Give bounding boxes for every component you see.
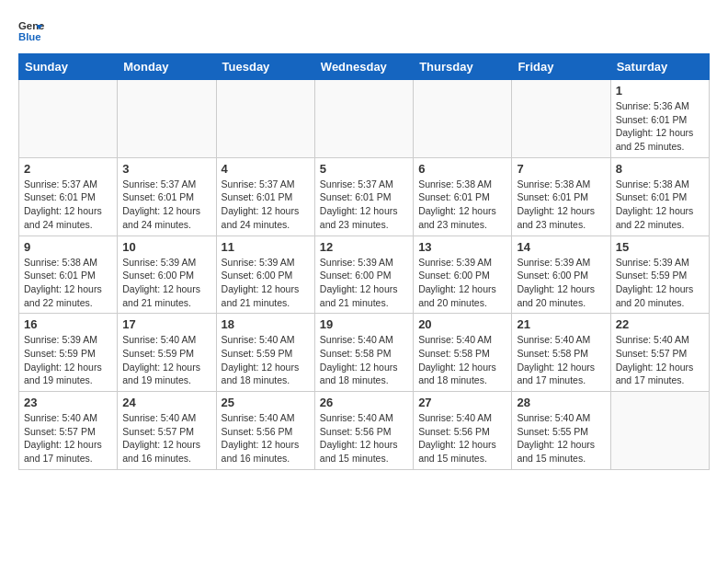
svg-text:Blue: Blue — [18, 31, 41, 42]
day-number: 3 — [122, 162, 210, 176]
page-header: General Blue — [18, 18, 710, 44]
day-number: 12 — [320, 240, 408, 254]
day-info: Sunrise: 5:37 AM Sunset: 6:01 PM Dayligh… — [320, 178, 408, 232]
calendar-week-row: 2Sunrise: 5:37 AM Sunset: 6:01 PM Daylig… — [19, 157, 710, 236]
day-info: Sunrise: 5:39 AM Sunset: 6:00 PM Dayligh… — [320, 256, 408, 310]
day-number: 11 — [222, 240, 310, 254]
day-info: Sunrise: 5:40 AM Sunset: 5:59 PM Dayligh… — [222, 333, 310, 387]
calendar-week-row: 1Sunrise: 5:36 AM Sunset: 6:01 PM Daylig… — [19, 80, 710, 158]
day-number: 23 — [24, 396, 112, 409]
day-number: 5 — [320, 162, 408, 176]
day-number: 7 — [517, 162, 605, 176]
calendar-cell: 9Sunrise: 5:38 AM Sunset: 6:01 PM Daylig… — [19, 236, 118, 314]
calendar-cell: 25Sunrise: 5:40 AM Sunset: 5:56 PM Dayli… — [216, 392, 314, 470]
day-number: 6 — [418, 162, 506, 176]
day-info: Sunrise: 5:37 AM Sunset: 6:01 PM Dayligh… — [24, 178, 112, 232]
day-number: 19 — [320, 317, 408, 331]
weekday-header-wednesday: Wednesday — [314, 54, 413, 80]
calendar-cell — [118, 80, 216, 158]
calendar-cell: 7Sunrise: 5:38 AM Sunset: 6:01 PM Daylig… — [512, 157, 610, 236]
day-number: 4 — [222, 162, 310, 176]
calendar-week-row: 9Sunrise: 5:38 AM Sunset: 6:01 PM Daylig… — [19, 236, 710, 314]
day-number: 9 — [24, 240, 112, 254]
calendar-cell: 28Sunrise: 5:40 AM Sunset: 5:55 PM Dayli… — [512, 392, 610, 470]
weekday-header-saturday: Saturday — [610, 54, 709, 80]
day-number: 25 — [222, 396, 310, 409]
day-info: Sunrise: 5:36 AM Sunset: 6:01 PM Dayligh… — [616, 99, 704, 154]
day-info: Sunrise: 5:40 AM Sunset: 5:58 PM Dayligh… — [320, 333, 408, 387]
day-info: Sunrise: 5:40 AM Sunset: 5:56 PM Dayligh… — [320, 411, 408, 465]
calendar-cell: 17Sunrise: 5:40 AM Sunset: 5:59 PM Dayli… — [118, 314, 216, 392]
day-number: 16 — [24, 317, 112, 331]
day-info: Sunrise: 5:40 AM Sunset: 5:58 PM Dayligh… — [418, 333, 506, 387]
calendar-cell: 8Sunrise: 5:38 AM Sunset: 6:01 PM Daylig… — [610, 157, 709, 236]
day-info: Sunrise: 5:40 AM Sunset: 5:57 PM Dayligh… — [24, 411, 112, 465]
day-number: 10 — [122, 240, 210, 254]
day-info: Sunrise: 5:38 AM Sunset: 6:01 PM Dayligh… — [418, 178, 506, 232]
day-number: 26 — [320, 396, 408, 409]
day-number: 13 — [418, 240, 506, 254]
day-number: 21 — [517, 317, 605, 331]
calendar-cell: 22Sunrise: 5:40 AM Sunset: 5:57 PM Dayli… — [610, 314, 709, 392]
calendar-cell — [314, 80, 413, 158]
calendar-cell — [512, 80, 610, 158]
calendar-cell: 12Sunrise: 5:39 AM Sunset: 6:00 PM Dayli… — [314, 236, 413, 314]
day-info: Sunrise: 5:39 AM Sunset: 6:00 PM Dayligh… — [122, 256, 210, 310]
calendar-cell: 27Sunrise: 5:40 AM Sunset: 5:56 PM Dayli… — [414, 392, 512, 470]
weekday-header-row: SundayMondayTuesdayWednesdayThursdayFrid… — [19, 54, 710, 80]
day-info: Sunrise: 5:38 AM Sunset: 6:01 PM Dayligh… — [24, 256, 112, 310]
calendar-cell — [414, 80, 512, 158]
weekday-header-thursday: Thursday — [414, 54, 512, 80]
calendar-cell: 1Sunrise: 5:36 AM Sunset: 6:01 PM Daylig… — [610, 80, 709, 158]
calendar-week-row: 16Sunrise: 5:39 AM Sunset: 5:59 PM Dayli… — [19, 314, 710, 392]
calendar-cell: 15Sunrise: 5:39 AM Sunset: 5:59 PM Dayli… — [610, 236, 709, 314]
calendar-table: SundayMondayTuesdayWednesdayThursdayFrid… — [18, 53, 710, 470]
day-info: Sunrise: 5:40 AM Sunset: 5:57 PM Dayligh… — [122, 411, 210, 465]
day-info: Sunrise: 5:37 AM Sunset: 6:01 PM Dayligh… — [122, 178, 210, 232]
calendar-cell: 11Sunrise: 5:39 AM Sunset: 6:00 PM Dayli… — [216, 236, 314, 314]
day-info: Sunrise: 5:39 AM Sunset: 5:59 PM Dayligh… — [24, 333, 112, 387]
calendar-cell: 21Sunrise: 5:40 AM Sunset: 5:58 PM Dayli… — [512, 314, 610, 392]
day-number: 27 — [418, 396, 506, 409]
logo-icon: General Blue — [18, 18, 44, 44]
day-info: Sunrise: 5:40 AM Sunset: 5:56 PM Dayligh… — [222, 411, 310, 465]
day-number: 1 — [616, 84, 704, 98]
day-number: 17 — [122, 317, 210, 331]
calendar-cell: 4Sunrise: 5:37 AM Sunset: 6:01 PM Daylig… — [216, 157, 314, 236]
day-number: 8 — [616, 162, 704, 176]
calendar-cell: 18Sunrise: 5:40 AM Sunset: 5:59 PM Dayli… — [216, 314, 314, 392]
day-number: 15 — [616, 240, 704, 254]
calendar-cell: 14Sunrise: 5:39 AM Sunset: 6:00 PM Dayli… — [512, 236, 610, 314]
day-number: 2 — [24, 162, 112, 176]
day-info: Sunrise: 5:37 AM Sunset: 6:01 PM Dayligh… — [222, 178, 310, 232]
day-info: Sunrise: 5:39 AM Sunset: 5:59 PM Dayligh… — [616, 256, 704, 310]
calendar-cell: 3Sunrise: 5:37 AM Sunset: 6:01 PM Daylig… — [118, 157, 216, 236]
day-number: 24 — [122, 396, 210, 409]
day-info: Sunrise: 5:40 AM Sunset: 5:56 PM Dayligh… — [418, 411, 506, 465]
calendar-cell: 24Sunrise: 5:40 AM Sunset: 5:57 PM Dayli… — [118, 392, 216, 470]
calendar-cell: 23Sunrise: 5:40 AM Sunset: 5:57 PM Dayli… — [19, 392, 118, 470]
day-number: 28 — [517, 396, 605, 409]
day-info: Sunrise: 5:38 AM Sunset: 6:01 PM Dayligh… — [616, 178, 704, 232]
calendar-cell: 5Sunrise: 5:37 AM Sunset: 6:01 PM Daylig… — [314, 157, 413, 236]
calendar-week-row: 23Sunrise: 5:40 AM Sunset: 5:57 PM Dayli… — [19, 392, 710, 470]
day-info: Sunrise: 5:38 AM Sunset: 6:01 PM Dayligh… — [517, 178, 605, 232]
day-number: 22 — [616, 317, 704, 331]
day-info: Sunrise: 5:39 AM Sunset: 6:00 PM Dayligh… — [222, 256, 310, 310]
calendar-cell: 19Sunrise: 5:40 AM Sunset: 5:58 PM Dayli… — [314, 314, 413, 392]
weekday-header-tuesday: Tuesday — [216, 54, 314, 80]
calendar-cell — [216, 80, 314, 158]
day-number: 18 — [222, 317, 310, 331]
day-info: Sunrise: 5:40 AM Sunset: 5:57 PM Dayligh… — [616, 333, 704, 387]
calendar-cell: 10Sunrise: 5:39 AM Sunset: 6:00 PM Dayli… — [118, 236, 216, 314]
day-info: Sunrise: 5:40 AM Sunset: 5:58 PM Dayligh… — [517, 333, 605, 387]
weekday-header-monday: Monday — [118, 54, 216, 80]
calendar-cell: 2Sunrise: 5:37 AM Sunset: 6:01 PM Daylig… — [19, 157, 118, 236]
calendar-cell: 20Sunrise: 5:40 AM Sunset: 5:58 PM Dayli… — [414, 314, 512, 392]
day-info: Sunrise: 5:40 AM Sunset: 5:55 PM Dayligh… — [517, 411, 605, 465]
calendar-cell — [610, 392, 709, 470]
weekday-header-sunday: Sunday — [19, 54, 118, 80]
day-info: Sunrise: 5:39 AM Sunset: 6:00 PM Dayligh… — [517, 256, 605, 310]
day-info: Sunrise: 5:39 AM Sunset: 6:00 PM Dayligh… — [418, 256, 506, 310]
calendar-cell: 6Sunrise: 5:38 AM Sunset: 6:01 PM Daylig… — [414, 157, 512, 236]
